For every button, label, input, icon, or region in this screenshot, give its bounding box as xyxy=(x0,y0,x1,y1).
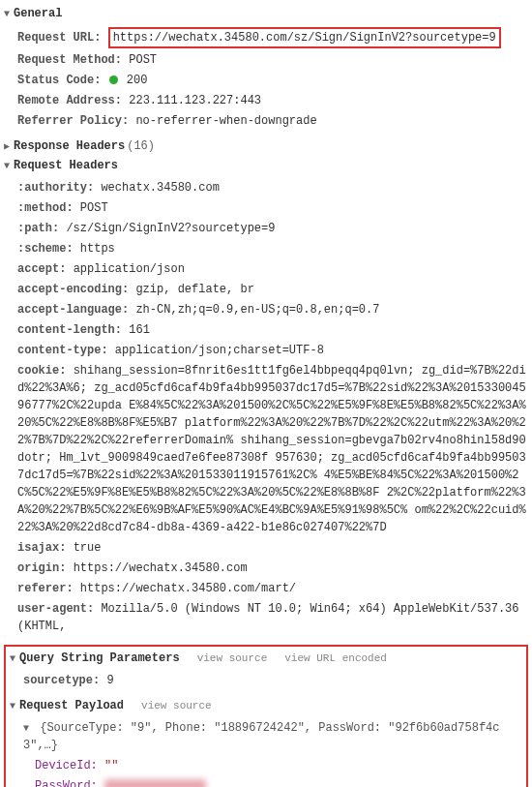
header-value: https://wechatx.34580.com xyxy=(74,561,248,575)
header-row: accept-encoding: gzip, deflate, br xyxy=(17,279,532,299)
section-title: Response Headers xyxy=(14,139,125,153)
header-key: cookie: xyxy=(17,364,66,378)
query-param-value: 9 xyxy=(106,674,113,687)
header-key: accept: xyxy=(17,262,66,276)
header-row: :authority: wechatx.34580.com xyxy=(17,177,532,197)
highlighted-box: ▼ Query String Parameters view source vi… xyxy=(4,645,528,787)
header-value: application/json;charset=UTF-8 xyxy=(115,344,324,357)
remote-address-value: 223.111.123.227:443 xyxy=(129,94,261,107)
header-row: origin: https://wechatx.34580.com xyxy=(17,558,532,578)
collapse-arrow-icon: ▼ xyxy=(4,9,14,19)
request-method-label: Request Method: xyxy=(17,53,122,67)
payload-key: DeviceId: xyxy=(35,759,98,772)
header-row: cookie: shihang_session=8fnrit6es1tt1fg6… xyxy=(17,360,532,537)
section-title: Query String Parameters xyxy=(19,651,180,665)
header-row: user-agent: Mozilla/5.0 (Windows NT 10.0… xyxy=(17,598,532,636)
view-url-encoded-button[interactable]: view URL encoded xyxy=(284,652,387,664)
request-method-row: Request Method: POST xyxy=(17,49,532,70)
request-headers-body: :authority: wechatx.34580.com :method: P… xyxy=(0,175,532,642)
header-value: zh-CN,zh;q=0.9,en-US;q=0.8,en;q=0.7 xyxy=(135,303,379,317)
payload-summary: {SourceType: "9", Phone: "18896724242", … xyxy=(23,721,499,752)
status-code-row: Status Code: 200 xyxy=(17,70,532,90)
header-key: user-agent: xyxy=(17,602,94,616)
header-key: isajax: xyxy=(17,541,66,555)
general-header[interactable]: ▼ General xyxy=(0,4,532,23)
header-value: POST xyxy=(80,201,108,215)
referrer-policy-row: Referrer Policy: no-referrer-when-downgr… xyxy=(17,110,532,131)
query-param-key: sourcetype: xyxy=(23,674,100,687)
header-row: :scheme: https xyxy=(17,238,532,258)
collapse-arrow-icon: ▼ xyxy=(10,701,19,711)
general-body: Request URL: https://wechatx.34580.com/s… xyxy=(0,23,532,136)
query-param-row: sourcetype: 9 xyxy=(23,670,526,690)
header-value: wechatx.34580.com xyxy=(101,181,219,195)
header-key: :scheme: xyxy=(17,242,74,256)
request-url-label: Request URL: xyxy=(17,31,101,45)
header-value: https://wechatx.34580.com/mart/ xyxy=(80,582,296,595)
payload-field-row: DeviceId: "" xyxy=(35,755,526,775)
header-value: https xyxy=(80,242,115,256)
remote-address-label: Remote Address: xyxy=(17,94,122,107)
payload-value: "" xyxy=(104,759,118,772)
request-url-row: Request URL: https://wechatx.34580.com/s… xyxy=(17,25,532,49)
header-key: origin: xyxy=(17,561,66,575)
request-payload-body: ▼ {SourceType: "9", Phone: "18896724242"… xyxy=(6,715,526,787)
payload-summary-row[interactable]: ▼ {SourceType: "9", Phone: "18896724242"… xyxy=(23,717,526,755)
header-value: gzip, deflate, br xyxy=(135,283,253,296)
payload-field-row: PassWord: censored-xxxxx xyxy=(35,775,526,787)
header-row: referer: https://wechatx.34580.com/mart/ xyxy=(17,578,532,598)
header-value: /sz/Sign/SignInV2?sourcetype=9 xyxy=(66,222,275,235)
header-row: isajax: true xyxy=(17,537,532,558)
header-value: true xyxy=(74,541,102,555)
header-key: content-length: xyxy=(17,323,122,337)
view-source-button[interactable]: view source xyxy=(197,652,268,664)
header-key: accept-encoding: xyxy=(17,283,129,296)
header-value: 161 xyxy=(129,323,150,337)
header-key: accept-language: xyxy=(17,303,129,317)
collapse-arrow-icon: ▼ xyxy=(10,653,19,664)
collapse-arrow-icon: ▼ xyxy=(4,161,14,171)
header-count: (16) xyxy=(127,139,155,153)
header-row: content-length: 161 xyxy=(17,319,532,340)
header-row: :method: POST xyxy=(17,197,532,218)
section-title: Request Payload xyxy=(19,699,124,712)
header-row: :path: /sz/Sign/SignInV2?sourcetype=9 xyxy=(17,218,532,238)
remote-address-row: Remote Address: 223.111.123.227:443 xyxy=(17,90,532,110)
payload-key: PassWord: xyxy=(35,779,98,788)
status-dot-icon xyxy=(109,76,118,84)
header-row: content-type: application/json;charset=U… xyxy=(17,340,532,360)
section-title: General xyxy=(14,7,62,20)
header-key: :path: xyxy=(17,222,59,235)
payload-value-censored: censored-xxxxx xyxy=(104,779,206,788)
section-title: Request Headers xyxy=(14,159,118,172)
request-url-value: https://wechatx.34580.com/sz/Sign/SignIn… xyxy=(108,27,501,48)
header-row: accept: application/json xyxy=(17,258,532,279)
header-value: shihang_session=8fnrit6es1tt1fg6el4bbpeq… xyxy=(17,364,526,534)
query-string-body: sourcetype: 9 xyxy=(6,668,526,696)
request-method-value: POST xyxy=(129,53,157,67)
header-row: accept-language: zh-CN,zh;q=0.9,en-US;q=… xyxy=(17,299,532,319)
header-key: :authority: xyxy=(17,181,94,195)
payload-object: DeviceId: "" PassWord: censored-xxxxx Ph… xyxy=(23,755,526,787)
header-key: referer: xyxy=(17,582,74,595)
request-payload-header[interactable]: ▼ Request Payload view source xyxy=(6,696,526,715)
expand-arrow-icon: ▶ xyxy=(4,140,14,152)
object-expand-arrow-icon: ▼ xyxy=(23,721,33,736)
header-key: :method: xyxy=(17,201,74,215)
header-key: content-type: xyxy=(17,344,108,357)
status-code-label: Status Code: xyxy=(17,74,101,87)
header-value: application/json xyxy=(74,262,185,276)
response-headers-header[interactable]: ▶ Response Headers (16) xyxy=(0,136,532,156)
request-headers-header[interactable]: ▼ Request Headers xyxy=(0,156,532,175)
status-code-value: 200 xyxy=(127,74,148,87)
referrer-policy-value: no-referrer-when-downgrade xyxy=(135,114,316,128)
query-string-header[interactable]: ▼ Query String Parameters view source vi… xyxy=(6,649,526,668)
referrer-policy-label: Referrer Policy: xyxy=(17,114,129,128)
view-source-button[interactable]: view source xyxy=(141,700,212,711)
